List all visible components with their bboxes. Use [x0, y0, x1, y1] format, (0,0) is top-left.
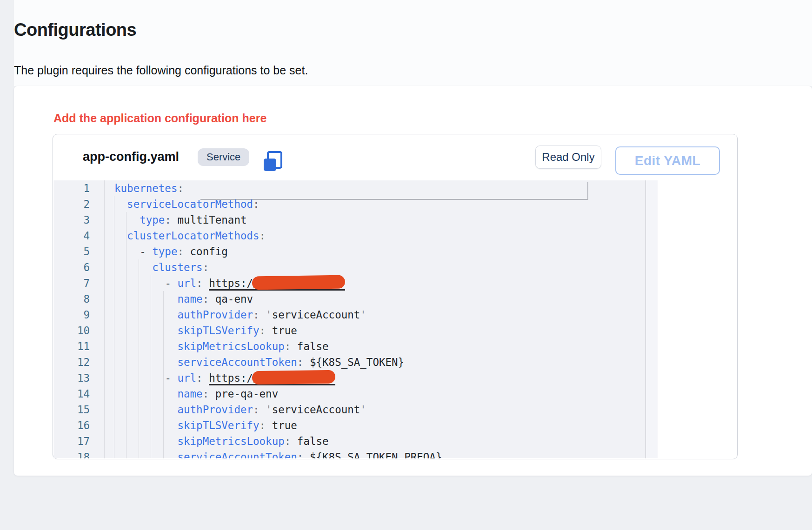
code-token: serviceAccountToken	[177, 356, 297, 368]
redaction-scribble	[252, 275, 345, 290]
code-token	[114, 214, 140, 226]
code-line-content: authProvider: 'serviceAccount'	[90, 402, 366, 417]
line-number: 10	[53, 323, 90, 338]
code-token: false	[291, 340, 328, 352]
code-token: '	[260, 309, 272, 321]
code-line: 16 skipTLSVerify: true	[53, 417, 658, 433]
code-token: type	[140, 214, 165, 226]
code-token	[114, 404, 177, 416]
code-line-content: - url: https://	[90, 370, 335, 386]
code-token: serviceAccountToken	[177, 451, 297, 458]
line-number: 18	[53, 449, 90, 458]
code-token: pre-qa-env	[209, 388, 278, 400]
copy-icon-front-square	[264, 159, 276, 171]
code-token: config	[184, 245, 228, 258]
code-token: clusterLocatorMethods	[127, 230, 259, 242]
code-token: type	[152, 245, 177, 258]
code-token	[114, 435, 177, 447]
code-token: -	[140, 245, 152, 258]
code-token: :	[203, 388, 209, 400]
line-number: 17	[53, 433, 90, 449]
line-number: 1	[53, 180, 90, 196]
code-token: name	[177, 388, 202, 400]
code-token: :	[285, 435, 291, 447]
code-line: 14 name: pre-qa-env	[53, 386, 658, 402]
code-token: skipTLSVerify	[177, 419, 259, 431]
config-filename: app-config.yaml	[83, 150, 179, 164]
code-token: skipMetricsLookup	[177, 340, 284, 352]
code-token: '	[360, 404, 366, 416]
code-line: 9 authProvider: 'serviceAccount'	[53, 307, 658, 323]
line-number: 9	[53, 307, 90, 323]
line-number: 3	[53, 212, 90, 228]
code-line-content: skipMetricsLookup: false	[90, 433, 329, 449]
redaction-scribble	[252, 370, 335, 384]
code-line-content: serviceAccountToken: ${K8S_SA_TOKEN}	[90, 354, 404, 370]
page-subtitle: The plugin requires the following config…	[14, 64, 308, 77]
code-token: :	[203, 261, 209, 273]
code-token: qa-env	[209, 293, 253, 305]
code-line-content: name: pre-qa-env	[90, 386, 278, 402]
code-line: 13 - url: https://	[53, 370, 658, 386]
code-token: :	[297, 451, 304, 458]
code-line-content: - type: config	[90, 244, 228, 259]
code-token: ${K8S_SA_TOKEN_PREQA}	[303, 451, 442, 458]
code-token: skipMetricsLookup	[177, 435, 284, 447]
code-token: :	[196, 372, 203, 384]
code-line-content: skipMetricsLookup: false	[90, 338, 329, 354]
code-line: 3 type: multiTenant	[53, 212, 658, 228]
code-token: serviceAccount	[272, 404, 360, 416]
redacted-url: https://	[209, 277, 345, 291]
yaml-code-editor[interactable]: 1kubernetes:2 serviceLocatorMethod:3 typ…	[53, 180, 658, 458]
code-token: kubernetes	[114, 182, 177, 194]
service-badge: Service	[198, 148, 249, 166]
code-line: 4 clusterLocatorMethods:	[53, 228, 658, 244]
copy-icon[interactable]	[262, 151, 284, 172]
code-token: -	[165, 372, 177, 384]
line-number: 2	[53, 196, 90, 212]
code-token	[114, 372, 165, 384]
code-token	[114, 451, 177, 458]
code-token	[114, 356, 177, 368]
code-token	[114, 340, 177, 352]
code-token: :	[253, 309, 260, 321]
code-token: name	[177, 293, 202, 305]
line-number: 6	[53, 259, 90, 275]
code-token	[114, 309, 177, 321]
code-lines: 1kubernetes:2 serviceLocatorMethod:3 typ…	[53, 180, 658, 458]
code-line-content: skipTLSVerify: true	[90, 323, 297, 338]
code-token: '	[260, 404, 272, 416]
code-token: url	[177, 277, 196, 289]
code-line: 6 clusters:	[53, 259, 658, 275]
code-line-content: type: multiTenant	[90, 212, 246, 228]
code-token	[114, 261, 152, 273]
code-token: skipTLSVerify	[177, 325, 259, 337]
config-prompt-label: Add the application configuration here	[53, 112, 266, 125]
code-token	[114, 293, 177, 305]
code-token: :	[177, 182, 184, 194]
page-title: Configurations	[14, 20, 136, 40]
redacted-url: https://	[209, 372, 335, 385]
code-line: 12 serviceAccountToken: ${K8S_SA_TOKEN}	[53, 354, 658, 370]
code-token: :	[253, 404, 260, 416]
code-line-content: serviceLocatorMethod:	[90, 196, 260, 212]
code-line: 10 skipTLSVerify: true	[53, 323, 658, 338]
line-number: 13	[53, 370, 90, 386]
code-token: clusters	[152, 261, 202, 273]
edit-yaml-button[interactable]: Edit YAML	[615, 146, 720, 175]
code-line-content: serviceAccountToken: ${K8S_SA_TOKEN_PREQ…	[90, 449, 442, 458]
code-line: 8 name: qa-env	[53, 291, 658, 307]
code-token	[114, 230, 127, 242]
code-token	[114, 198, 127, 210]
code-token: :	[203, 293, 209, 305]
line-number: 12	[53, 354, 90, 370]
read-only-button[interactable]: Read Only	[535, 146, 601, 169]
code-token: :	[260, 419, 266, 431]
code-line: 15 authProvider: 'serviceAccount'	[53, 402, 658, 417]
line-number: 16	[53, 417, 90, 433]
code-token	[203, 277, 209, 289]
line-number: 14	[53, 386, 90, 402]
configuration-card: Add the application configuration here a…	[14, 86, 812, 476]
code-line-content: name: qa-env	[90, 291, 253, 307]
code-token: :	[165, 214, 171, 226]
